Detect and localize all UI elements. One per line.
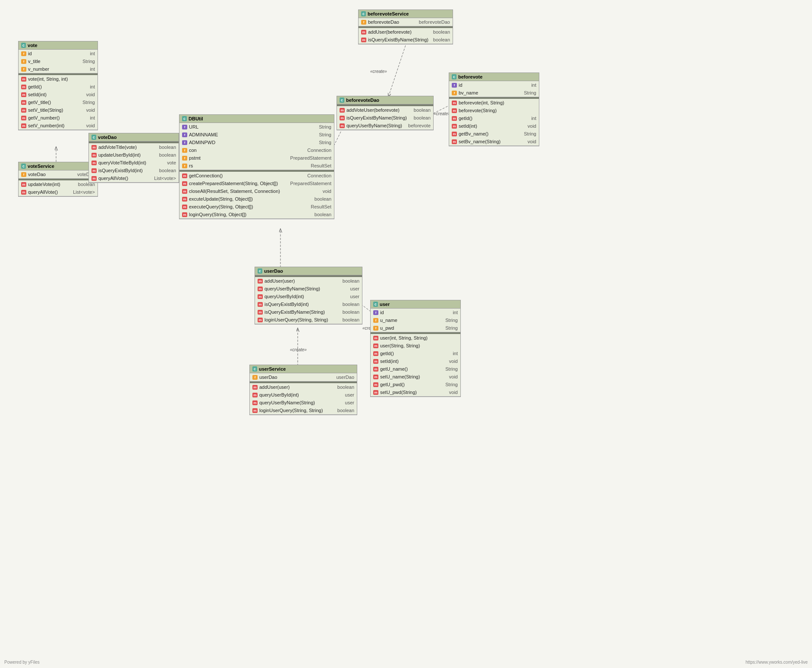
method-name: queryAllVote() (28, 189, 71, 195)
method-icon: m (21, 108, 26, 113)
method-isqebn: m isQueryExistByName(String) boolean (337, 114, 433, 122)
field-id: f id int (449, 81, 539, 89)
method-type: void (86, 107, 95, 113)
method-type: List<vote> (154, 176, 176, 181)
class-votedao-methods: m addVoteTitle(vote) boolean m updateUse… (89, 143, 179, 183)
class-title: beforevoteDao (346, 98, 379, 103)
method-name: getId() (28, 84, 88, 89)
class-dbutil: c DBUtil f URL String f ADMINNAME String… (179, 114, 334, 219)
method-icon: m (21, 77, 26, 82)
class-user-methods: m user(int, String, String) m user(Strin… (371, 334, 460, 397)
method-bv-constructor1: m beforevote(int, String) (449, 99, 539, 107)
field-icon: f (21, 172, 26, 177)
method-name: setId(int) (380, 359, 447, 364)
method-name: addUser(user) (264, 278, 341, 284)
method-updateuserbyid: m updateUserById(int) boolean (89, 151, 179, 159)
method-icon: m (91, 176, 97, 181)
method-name: queryUserByName(String) (259, 400, 343, 405)
field-votedao: f voteDao voteDao (19, 170, 98, 178)
method-name: queryUserByName(String) (346, 123, 406, 128)
method-icon: m (91, 145, 97, 150)
method-name: setV_number(int) (28, 123, 85, 128)
field-name: rs (189, 163, 309, 168)
field-name: ADMINPWD (189, 140, 317, 145)
field-icon: f (452, 91, 457, 95)
method-icon: m (373, 367, 378, 372)
field-type: String (445, 325, 458, 331)
method-type: boolean (433, 29, 450, 35)
field-name: pstmt (189, 155, 289, 161)
field-id: f id int (371, 309, 460, 316)
method-icon: m (182, 173, 187, 178)
field-type: String (319, 132, 331, 137)
method-adduser: m addUser(user) boolean (250, 383, 357, 391)
method-name: isQueryExistById(int) (264, 302, 341, 307)
method-queryuserbyid: m queryUserById(int) user (250, 391, 357, 399)
field-type: int (90, 66, 95, 72)
method-name: user(int, String, String) (380, 335, 458, 340)
method-queryuserbyname: m queryUserByName(String) beforevote (337, 122, 433, 129)
method-name: closeAll(ResultSet, Statement, Connectio… (189, 189, 321, 194)
field-icon: f (182, 156, 187, 161)
method-icon: m (373, 382, 378, 387)
method-icon: m (252, 385, 258, 390)
method-name: isQueryExistByName(String) (346, 115, 412, 120)
field-uname: f u_name String (371, 316, 460, 324)
field-icon: f (252, 375, 258, 380)
stereotype-create5: «create» (290, 347, 307, 352)
method-type: String (82, 100, 95, 105)
method-name: getU_pwd() (380, 382, 444, 387)
method-icon: m (258, 294, 263, 299)
field-name: u_name (380, 318, 444, 323)
method-queryuserbyname: m queryUserByName(String) user (250, 399, 357, 406)
class-title: user (380, 302, 390, 307)
method-name: loginQuery(String, Object[]) (189, 212, 313, 217)
method-icon: m (373, 359, 378, 364)
field-icon-f: f (21, 51, 26, 56)
method-name: loginUserQuery(String, String) (259, 408, 336, 413)
method-icon: m (340, 108, 345, 113)
method-type: void (449, 390, 458, 395)
class-title: beforevote (458, 74, 482, 79)
field-icon: f (452, 83, 457, 88)
class-bv-fields: f id int f bv_name String (449, 81, 539, 97)
method-icon: m (452, 139, 457, 144)
class-title: voteDao (98, 135, 116, 140)
field-bvdao: f beforevoteDao beforevoteDao (359, 18, 453, 26)
footer-left: Powered by yFiles (4, 660, 40, 665)
class-user: c user f id int f u_name String f u_pwd … (370, 300, 461, 397)
field-name: v_number (28, 66, 88, 72)
class-voteservice-header: c voteService (19, 162, 98, 170)
class-userservice: c userService f userDao userDao m addUse… (249, 365, 357, 415)
method-name: queryUserById(int) (264, 294, 349, 299)
method-icon: m (258, 287, 263, 291)
class-voteservice-methods: m updateVote(int) boolean m queryAllVote… (19, 180, 98, 196)
method-type: user (350, 286, 359, 291)
field-icon: f (373, 310, 378, 315)
method-icon: m (258, 310, 263, 315)
method-excuteupdate: m excuteUpdate(String, Object[]) boolean (179, 195, 334, 203)
field-type: String (319, 140, 331, 145)
field-name: userDao (259, 375, 334, 380)
field-rs: f rs ResultSet (179, 162, 334, 170)
method-icon: m (258, 279, 263, 284)
field-type: int (453, 310, 458, 315)
method-type: user (345, 400, 354, 405)
class-title: beforevoteService (368, 11, 409, 16)
method-type: boolean (343, 309, 359, 315)
field-name: URL (189, 124, 317, 129)
class-icon: c (373, 302, 378, 307)
field-icon: f (373, 318, 378, 323)
field-icon: f (182, 164, 187, 168)
method-icon: m (361, 38, 366, 42)
method-name: updateVote(int) (28, 182, 76, 187)
method-type: user (350, 294, 359, 299)
field-name: u_pwd (380, 325, 444, 331)
method-icon: m (452, 132, 457, 136)
method-icon: m (252, 408, 258, 413)
class-icon: c (182, 116, 187, 121)
field-type: String (319, 124, 331, 129)
class-vote-methods: m vote(int, String, int) m getId() int m… (19, 75, 98, 130)
method-type: void (449, 359, 458, 364)
method-type: void (528, 123, 536, 129)
